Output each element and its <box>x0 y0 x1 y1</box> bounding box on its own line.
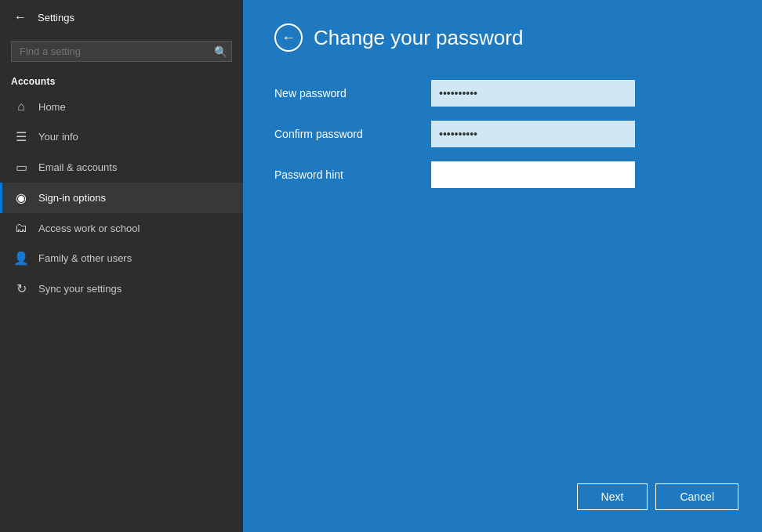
password-hint-input[interactable] <box>431 161 635 188</box>
password-hint-row: Password hint <box>274 161 731 188</box>
search-wrapper: 🔍 <box>11 41 232 62</box>
search-icon[interactable]: 🔍 <box>214 45 227 58</box>
sidebar-item-email-accounts[interactable]: ▭ Email & accounts <box>0 152 243 183</box>
new-password-row: New password <box>274 80 731 107</box>
back-button[interactable]: ← <box>274 24 303 52</box>
new-password-input[interactable] <box>431 80 635 107</box>
form-area: New password Confirm password Password h… <box>274 80 731 202</box>
your-info-icon: ☰ <box>13 129 29 144</box>
sync-icon: ↻ <box>13 281 29 296</box>
home-icon: ⌂ <box>13 100 29 114</box>
confirm-password-input[interactable] <box>431 121 635 147</box>
search-input[interactable] <box>11 41 232 62</box>
accounts-section-label: Accounts <box>0 68 243 92</box>
confirm-password-label: Confirm password <box>274 128 431 140</box>
password-hint-label: Password hint <box>274 168 431 181</box>
cancel-button[interactable]: Cancel <box>655 483 738 510</box>
new-password-label: New password <box>274 87 431 100</box>
confirm-password-row: Confirm password <box>274 121 731 147</box>
sidebar-item-family-other-users[interactable]: 👤 Family & other users <box>0 243 243 273</box>
sidebar-title-label: Settings <box>38 12 74 24</box>
sidebar-back-button[interactable]: ← <box>11 7 30 27</box>
family-icon: 👤 <box>13 251 29 266</box>
sidebar-item-your-info[interactable]: ☰ Your info <box>0 121 243 152</box>
work-icon: 🗂 <box>13 221 29 235</box>
page-header: ← Change your password <box>274 24 731 52</box>
sidebar-item-email-accounts-label: Email & accounts <box>38 161 117 173</box>
sidebar-item-family-other-users-label: Family & other users <box>38 252 132 264</box>
sidebar-item-access-work-school[interactable]: 🗂 Access work or school <box>0 213 243 243</box>
page-title: Change your password <box>314 26 523 50</box>
sidebar-item-home[interactable]: ⌂ Home <box>0 92 243 121</box>
email-icon: ▭ <box>13 160 29 175</box>
sidebar: ← Settings 🔍 Accounts ⌂ Home ☰ Your info… <box>0 0 243 532</box>
action-buttons: Next Cancel <box>577 483 738 510</box>
sidebar-header: ← Settings <box>0 0 243 34</box>
sidebar-item-home-label: Home <box>38 101 66 113</box>
sign-in-icon: ◉ <box>13 190 29 205</box>
sidebar-item-access-work-school-label: Access work or school <box>38 223 140 234</box>
sidebar-item-sync-settings[interactable]: ↻ Sync your settings <box>0 273 243 304</box>
sidebar-item-your-info-label: Your info <box>38 131 78 143</box>
next-button[interactable]: Next <box>577 483 648 510</box>
sidebar-item-sync-settings-label: Sync your settings <box>38 283 122 295</box>
sidebar-item-sign-in-options[interactable]: ◉ Sign-in options <box>0 183 243 213</box>
search-container: 🔍 <box>0 34 243 68</box>
sidebar-item-sign-in-options-label: Sign-in options <box>38 192 106 204</box>
back-arrow-icon: ← <box>281 30 296 46</box>
main-panel: ← Change your password New password Conf… <box>243 0 762 532</box>
